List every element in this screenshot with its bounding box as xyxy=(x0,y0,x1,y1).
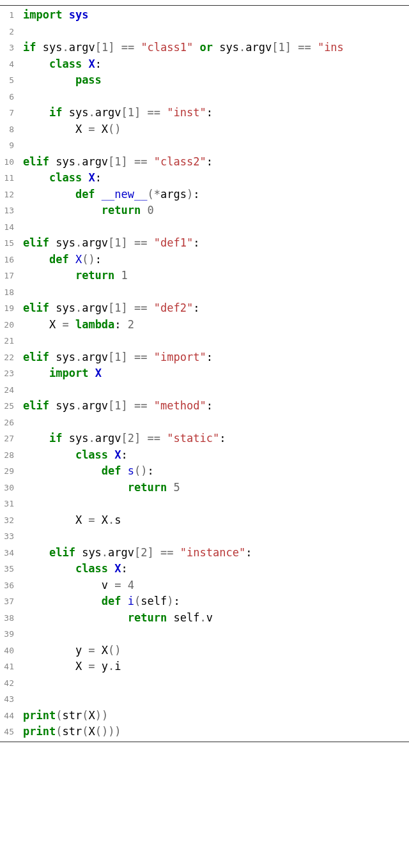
code-line: 44print(str(X)) xyxy=(0,708,409,724)
code-content: return 5 xyxy=(23,480,409,496)
code-content xyxy=(23,89,409,105)
code-line: 33 xyxy=(0,528,409,545)
line-number: 38 xyxy=(0,610,23,627)
line-number: 9 xyxy=(0,137,23,154)
line-number: 45 xyxy=(0,724,23,740)
code-content: class X: xyxy=(23,447,409,464)
code-content: X = X() xyxy=(23,121,409,138)
line-number: 41 xyxy=(0,659,23,675)
line-number: 20 xyxy=(0,317,23,333)
code-content: print(str(X)) xyxy=(23,708,409,724)
line-number: 28 xyxy=(0,447,23,464)
line-number: 33 xyxy=(0,528,23,545)
code-content: y = X() xyxy=(23,643,409,659)
code-content: X = lambda: 2 xyxy=(23,317,409,333)
line-number: 8 xyxy=(0,121,23,138)
code-line: 3if sys.argv[1] == "class1" or sys.argv[… xyxy=(0,40,409,56)
code-listing: 1import sys2 3if sys.argv[1] == "class1"… xyxy=(0,5,409,742)
code-content xyxy=(23,284,409,301)
code-line: 41 X = y.i xyxy=(0,659,409,675)
code-content: X = X.s xyxy=(23,512,409,529)
code-content: if sys.argv[1] == "class1" or sys.argv[1… xyxy=(23,40,409,56)
code-line: 32 X = X.s xyxy=(0,512,409,529)
code-content xyxy=(23,219,409,236)
code-content: if sys.argv[2] == "static": xyxy=(23,430,409,447)
code-content: v = 4 xyxy=(23,577,409,594)
code-line: 10elif sys.argv[1] == "class2": xyxy=(0,154,409,171)
line-number: 13 xyxy=(0,202,23,219)
code-content: class X: xyxy=(23,56,409,73)
code-line: 17 return 1 xyxy=(0,268,409,284)
line-number: 29 xyxy=(0,463,23,480)
code-line: 14 xyxy=(0,219,409,236)
code-line: 29 def s(): xyxy=(0,463,409,480)
code-line: 19elif sys.argv[1] == "def2": xyxy=(0,300,409,317)
code-content: return 1 xyxy=(23,268,409,284)
code-content: if sys.argv[1] == "inst": xyxy=(23,105,409,121)
code-content xyxy=(23,626,409,643)
code-content: class X: xyxy=(23,561,409,577)
line-number: 36 xyxy=(0,577,23,594)
code-line: 4 class X: xyxy=(0,56,409,73)
code-content: pass xyxy=(23,72,409,89)
code-line: 30 return 5 xyxy=(0,480,409,496)
line-number: 4 xyxy=(0,56,23,73)
code-line: 23 import X xyxy=(0,365,409,382)
line-number: 25 xyxy=(0,398,23,415)
line-number: 5 xyxy=(0,72,23,89)
code-line: 20 X = lambda: 2 xyxy=(0,317,409,333)
code-content: X = y.i xyxy=(23,659,409,675)
line-number: 43 xyxy=(0,691,23,708)
code-line: 13 return 0 xyxy=(0,202,409,219)
line-number: 34 xyxy=(0,545,23,561)
code-content: def __new__(*args): xyxy=(23,187,409,203)
code-line: 6 xyxy=(0,89,409,105)
code-line: 26 xyxy=(0,415,409,431)
code-line: 28 class X: xyxy=(0,447,409,464)
code-content: return self.v xyxy=(23,610,409,627)
code-line: 25elif sys.argv[1] == "method": xyxy=(0,398,409,415)
code-content xyxy=(23,137,409,154)
line-number: 3 xyxy=(0,40,23,56)
code-content xyxy=(23,382,409,399)
code-line: 45print(str(X())) xyxy=(0,724,409,740)
line-number: 16 xyxy=(0,252,23,268)
code-line: 1import sys xyxy=(0,7,409,24)
line-number: 12 xyxy=(0,187,23,203)
line-number: 31 xyxy=(0,496,23,512)
code-content xyxy=(23,24,409,40)
code-content: elif sys.argv[1] == "import": xyxy=(23,349,409,366)
code-line: 34 elif sys.argv[2] == "instance": xyxy=(0,545,409,561)
line-number: 44 xyxy=(0,708,23,724)
code-line: 8 X = X() xyxy=(0,121,409,138)
line-number: 37 xyxy=(0,593,23,610)
code-line: 27 if sys.argv[2] == "static": xyxy=(0,430,409,447)
line-number: 15 xyxy=(0,235,23,252)
line-number: 27 xyxy=(0,430,23,447)
line-number: 35 xyxy=(0,561,23,577)
code-content xyxy=(23,528,409,545)
line-number: 23 xyxy=(0,365,23,382)
code-line: 24 xyxy=(0,382,409,399)
code-line: 42 xyxy=(0,675,409,692)
code-content: class X: xyxy=(23,170,409,187)
code-line: 12 def __new__(*args): xyxy=(0,187,409,203)
line-number: 26 xyxy=(0,415,23,431)
line-number: 24 xyxy=(0,382,23,399)
code-content xyxy=(23,333,409,349)
line-number: 19 xyxy=(0,300,23,317)
line-number: 18 xyxy=(0,284,23,301)
code-line: 2 xyxy=(0,24,409,40)
code-content: def X(): xyxy=(23,252,409,268)
code-line: 40 y = X() xyxy=(0,643,409,659)
code-content: print(str(X())) xyxy=(23,724,409,740)
code-line: 9 xyxy=(0,137,409,154)
line-number: 22 xyxy=(0,349,23,366)
line-number: 14 xyxy=(0,219,23,236)
line-number: 40 xyxy=(0,643,23,659)
line-number: 6 xyxy=(0,89,23,105)
code-line: 15elif sys.argv[1] == "def1": xyxy=(0,235,409,252)
code-line: 43 xyxy=(0,691,409,708)
code-content: def i(self): xyxy=(23,593,409,610)
code-content xyxy=(23,415,409,431)
